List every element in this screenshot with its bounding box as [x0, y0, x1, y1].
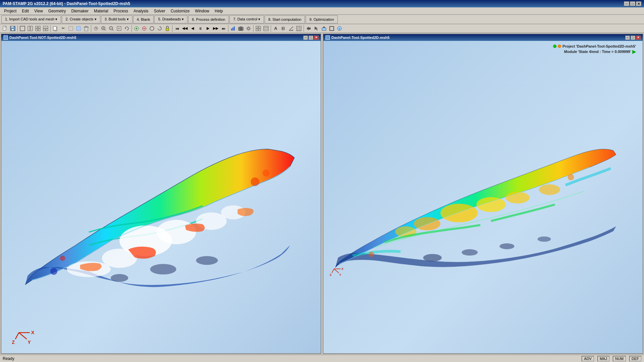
- svg-text:Z: Z: [12, 340, 15, 345]
- circle-icon[interactable]: [148, 25, 156, 32]
- rotate-icon[interactable]: [123, 25, 130, 32]
- right-canvas[interactable]: Project 'DashPanel-Tool-Spotted2D-msh5' …: [323, 41, 643, 353]
- chart-icon[interactable]: [229, 25, 237, 32]
- status-maj: MAJ: [597, 356, 609, 361]
- svg-point-84: [150, 264, 176, 275]
- svg-point-109: [369, 252, 374, 257]
- menu-project[interactable]: Project: [1, 8, 19, 14]
- text-b-icon[interactable]: [280, 25, 287, 32]
- view3-icon[interactable]: [34, 25, 42, 32]
- status-ready: Ready: [3, 356, 14, 361]
- arrow-icon[interactable]: [305, 25, 312, 32]
- right-close-button[interactable]: ✕: [636, 36, 641, 40]
- left-canvas[interactable]: X Z Y: [1, 41, 321, 353]
- menu-window[interactable]: Window: [192, 8, 212, 14]
- zoom-out-icon[interactable]: [108, 25, 115, 32]
- cut-icon[interactable]: ✂: [59, 25, 67, 32]
- workflow-step4[interactable]: 4. Blank: [133, 15, 154, 23]
- right-model-svg: X Z Y: [323, 41, 643, 353]
- svg-rect-2: [4, 27, 5, 28]
- workflow-step7[interactable]: 7. Data control ▾: [229, 15, 264, 23]
- settings-icon[interactable]: [245, 25, 252, 32]
- svg-rect-47: [231, 28, 232, 31]
- copy-icon[interactable]: [52, 25, 59, 32]
- title-bar: PAM-STAMP 2G v2012.2 (64-bit) - DashPane…: [0, 0, 644, 7]
- svg-rect-9: [31, 26, 33, 31]
- workflow-step8[interactable]: 8. Start computation: [265, 15, 305, 23]
- delete-icon[interactable]: [83, 25, 90, 32]
- table-icon[interactable]: [295, 25, 303, 32]
- right-minimize-button[interactable]: ─: [625, 36, 630, 40]
- svg-point-103: [539, 184, 560, 195]
- left-maximize-button[interactable]: □: [309, 36, 313, 40]
- zoom-all-icon[interactable]: [115, 25, 123, 32]
- pause-icon[interactable]: ⏸: [197, 25, 204, 32]
- fill-icon[interactable]: [320, 25, 328, 32]
- select-icon[interactable]: [67, 25, 74, 32]
- frame-icon[interactable]: [328, 25, 335, 32]
- minus-icon[interactable]: [141, 25, 148, 32]
- title-bar-controls: ─ □ ✕: [624, 1, 641, 6]
- info-icon[interactable]: i: [336, 25, 343, 32]
- workflow-step2[interactable]: 2. Create objects ▾: [62, 15, 100, 23]
- svg-rect-3: [4, 28, 5, 28]
- selectbox-icon[interactable]: [75, 25, 82, 32]
- left-close-button[interactable]: ✕: [314, 36, 319, 40]
- svg-rect-13: [38, 29, 40, 31]
- angle-icon[interactable]: [287, 25, 295, 32]
- menu-view[interactable]: View: [32, 8, 46, 14]
- workflow-step3[interactable]: 3. Build tools ▾: [101, 15, 132, 23]
- menu-edit[interactable]: Edit: [19, 8, 32, 14]
- lock-icon[interactable]: [164, 25, 171, 32]
- svg-point-100: [414, 217, 440, 231]
- menu-customize[interactable]: Customize: [168, 8, 193, 14]
- maximize-button[interactable]: □: [630, 1, 635, 6]
- menu-material[interactable]: Material: [91, 8, 111, 14]
- last-frame-icon[interactable]: ⏭: [220, 25, 227, 32]
- first-frame-icon[interactable]: ⏮: [173, 25, 181, 32]
- workflow-step9[interactable]: 9. Optimization: [306, 15, 337, 23]
- menu-help[interactable]: Help: [212, 8, 226, 14]
- text-a-icon[interactable]: A: [272, 25, 279, 32]
- left-minimize-button[interactable]: ─: [303, 36, 308, 40]
- right-maximize-button[interactable]: □: [631, 36, 635, 40]
- close-button[interactable]: ✕: [636, 1, 641, 6]
- left-viewport: DashPanel-Tool-NOT-Spotted2D-msh5 ─ □ ✕: [1, 34, 321, 354]
- pick-icon[interactable]: [313, 25, 320, 32]
- right-viewport-icon: [325, 35, 331, 40]
- zoom-in-icon[interactable]: [100, 25, 107, 32]
- menu-diemaker[interactable]: Diemaker: [69, 8, 91, 14]
- refresh-icon[interactable]: [156, 25, 163, 32]
- svg-point-98: [440, 204, 478, 223]
- right-viewport-controls: ─ □ ✕: [625, 36, 641, 40]
- view1-icon[interactable]: [19, 25, 26, 32]
- status-adv: ADV: [582, 356, 594, 361]
- workflow-step5[interactable]: 5. Drawbeads ▾: [154, 15, 187, 23]
- menu-solver[interactable]: Solver: [151, 8, 168, 14]
- grid2-icon[interactable]: [262, 25, 270, 32]
- prev-frame-icon[interactable]: ◀◀: [181, 25, 189, 32]
- svg-line-95: [19, 333, 26, 339]
- camera-icon[interactable]: [237, 25, 245, 32]
- svg-point-87: [50, 268, 57, 275]
- svg-marker-73: [323, 26, 325, 28]
- play-back-icon[interactable]: ◀: [189, 25, 196, 32]
- menu-analysis[interactable]: Analysis: [131, 8, 151, 14]
- save-icon[interactable]: [9, 25, 16, 32]
- new-icon[interactable]: [1, 25, 9, 32]
- left-viewport-title: DashPanel-Tool-NOT-Spotted2D-msh5: [9, 36, 76, 40]
- view2-icon[interactable]: [26, 25, 34, 32]
- view4-icon[interactable]: [42, 25, 49, 32]
- grid1-icon[interactable]: [255, 25, 262, 32]
- add-icon[interactable]: [133, 25, 140, 32]
- right-viewport-title: DashPanel-Tool-Spotted2D-msh5: [331, 36, 389, 40]
- more1-icon[interactable]: [92, 25, 100, 32]
- minimize-button[interactable]: ─: [624, 1, 629, 6]
- menu-process[interactable]: Process: [111, 8, 131, 14]
- menu-geometry[interactable]: Geometry: [46, 8, 69, 14]
- svg-marker-1: [5, 26, 6, 27]
- workflow-step1[interactable]: 1. Import CAD tools and mesh ▾: [1, 15, 61, 23]
- workflow-step6[interactable]: 6. Process definition: [188, 15, 229, 23]
- next-frame-icon[interactable]: ▶▶: [212, 25, 219, 32]
- play-icon[interactable]: ▶: [204, 25, 212, 32]
